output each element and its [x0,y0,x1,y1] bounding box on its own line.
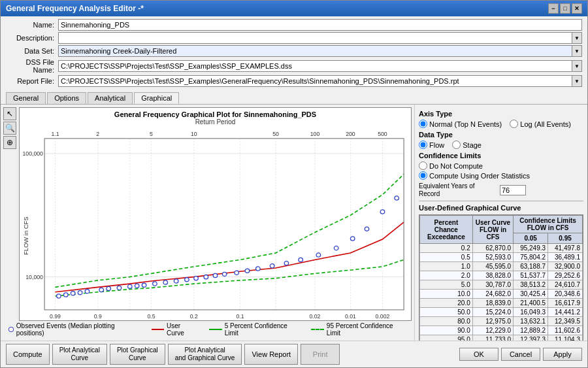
zoom-tool-btn[interactable]: 🔍 [3,122,16,135]
form-area: Name: Description: ▼ Data Set: ▼ DSS Fil… [1,16,587,91]
axis-normal-radio[interactable] [419,120,427,128]
pce-cell: 5.0 [420,280,473,290]
svg-point-41 [128,284,133,288]
svg-point-40 [117,286,122,290]
cl95-cell: 16,617.9 [548,299,583,308]
tab-analytical[interactable]: Analytical [88,92,133,104]
report-btn[interactable]: ▼ [572,75,582,87]
cancel-button[interactable]: Cancel [501,348,540,361]
legend-observed-icon [8,327,14,332]
user-curve-cell: 24,682.0 [472,290,513,299]
col3-header: Confidence Limits FLOW in CFS [514,216,583,233]
svg-point-33 [57,294,61,298]
cl05-cell: 16,049.3 [514,308,548,317]
pce-cell: 10.0 [420,290,473,299]
description-label: Description: [6,34,58,42]
pce-cell: 80.0 [420,317,473,326]
pce-cell: 95.0 [420,335,473,341]
table-row: 95.0 11,733.0 12,397.3 11,104.3 [420,335,583,341]
svg-text:0.2: 0.2 [190,313,198,320]
compute-button[interactable]: Compute [6,344,50,365]
svg-text:FLOW in CFS: FLOW in CFS [22,216,29,255]
plot-both-button[interactable]: Plot Analyticaland Graphical Curve [168,344,242,365]
cl95-cell: 36,489.1 [548,253,583,262]
axis-log-radio[interactable] [510,120,518,128]
data-stage-radio[interactable] [452,141,461,149]
tab-graphical[interactable]: Graphical [134,92,179,104]
col1-header: Percent Chance Exceedance [420,216,473,244]
select-tool-btn[interactable]: ↖ [3,107,16,120]
svg-text:500: 500 [378,131,387,137]
svg-rect-9 [44,139,404,310]
confidence-compute-option: Compute Using Order Statistics [419,171,583,180]
pce-cell: 2.0 [420,271,473,280]
view-report-button[interactable]: View Report [244,344,298,365]
dss-btn[interactable]: ▼ [572,60,582,72]
close-button[interactable]: ✕ [572,3,582,14]
pce-cell: 0.5 [420,253,473,262]
plot-graphical-button[interactable]: Plot GraphicalCurve [110,344,165,365]
data-stage-label: Stage [463,141,482,149]
print-button[interactable]: Print [301,344,340,365]
plot-analytical-button[interactable]: Plot AnalyticalCurve [52,344,107,365]
legend-confidence-5-label: 5 Percent Confidence Limit [225,322,301,337]
chart-subtitle: Return Period [20,118,411,125]
svg-point-45 [163,280,168,284]
ok-button[interactable]: OK [459,348,498,361]
data-flow-radio[interactable] [419,141,427,149]
tab-options[interactable]: Options [47,92,86,104]
svg-text:0.9: 0.9 [94,313,102,320]
cl05-cell: 51,537.7 [514,271,548,280]
dataset-input[interactable] [58,45,572,57]
svg-text:5: 5 [150,131,153,137]
name-input[interactable] [58,19,582,31]
dataset-btn[interactable]: ▼ [572,45,582,57]
cl95-cell: 12,349.5 [548,317,583,326]
description-btn[interactable]: ▼ [572,32,582,44]
table-row: 0.2 62,870.0 95,249.3 41,497.8 [420,244,583,253]
tab-bar: General Options Analytical Graphical [1,91,587,105]
left-panel: ↖ 🔍 ⊕ General Frequency Graphical Plot f… [1,105,414,341]
axis-normal-option: Normal (Top N Events) [419,120,502,128]
legend-user-curve: User Curve [152,322,199,337]
tab-general[interactable]: General [6,92,46,104]
legend-observed: Observed Events (Median plotting positio… [8,322,141,337]
svg-point-63 [395,196,399,200]
minimize-button[interactable]: − [548,3,559,14]
maximize-button[interactable]: □ [560,3,570,14]
svg-point-39 [106,286,111,290]
data-type-title: Data Type [419,131,583,139]
confidence-no-option: Do Not Compute [419,161,583,170]
confidence-title: Confidence Limits [419,152,583,159]
equiv-label: Equivalent Years of Record [419,182,497,198]
axis-type-title: Axis Type [419,110,583,118]
data-stage-option: Stage [452,141,482,149]
table-row: 0.5 52,593.0 75,804.2 36,489.1 [420,253,583,262]
bottom-left-buttons: Compute Plot AnalyticalCurve Plot Graphi… [6,344,340,365]
dss-label: DSS File Name: [6,58,58,74]
svg-text:0.1: 0.1 [237,313,244,320]
table-row: 80.0 12,975.0 13,632.1 12,349.5 [420,317,583,326]
right-panel: Axis Type Normal (Top N Events) Log (All… [414,105,587,341]
legend-confidence-95: 95 Percent Confidence Limit [311,322,406,337]
apply-button[interactable]: Apply [543,348,582,361]
report-label: Report File: [6,77,58,85]
report-input[interactable] [58,75,572,87]
svg-point-59 [334,246,338,250]
table-row: 2.0 38,828.0 51,537.7 29,252.6 [420,271,583,280]
dss-input[interactable] [58,60,572,72]
svg-text:100: 100 [310,131,320,137]
confidence-no-radio[interactable] [419,161,427,170]
equiv-input[interactable] [500,185,526,195]
info-tool-btn[interactable]: ⊕ [3,136,16,149]
chart-toolbar: ↖ 🔍 ⊕ [3,107,16,321]
confidence-compute-radio[interactable] [419,171,427,180]
legend-confidence-5-icon [209,329,221,330]
legend-confidence-95-label: 95 Percent Confidence Limit [327,322,406,337]
cl05-cell: 12,889.2 [514,326,548,335]
cl05-cell: 30,425.4 [514,290,548,299]
svg-text:10: 10 [191,131,197,137]
axis-type-group: Normal (Top N Events) Log (All Events) [419,120,583,128]
cl95-cell: 11,602.6 [548,326,583,335]
description-input[interactable] [58,32,572,44]
